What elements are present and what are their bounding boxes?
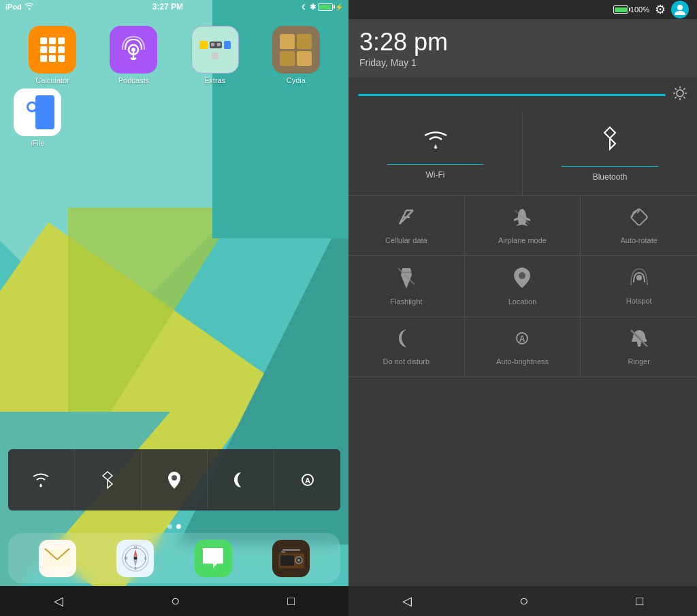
toggle-autobrightness[interactable]: A [274,449,340,510]
wifi-tile-icon [422,129,449,157]
bluetooth-tile-label: Bluetooth [593,172,628,182]
app-extras[interactable]: Extras [176,26,254,84]
settings-icon[interactable]: ⚙ [655,2,666,17]
android-battery-icon [613,5,628,14]
location-icon [513,267,531,293]
extras-icon-img [191,26,239,74]
ifile-icon-img [14,88,61,136]
brightness-slider[interactable] [358,94,666,96]
android-back-button[interactable]: ◁ [402,594,412,609]
dock-radio[interactable] [272,540,310,577]
tile-flashlight[interactable]: Flashlight [348,256,465,317]
android-battery-fill [615,7,627,12]
svg-point-1 [131,48,135,52]
app-podcasts[interactable]: Podcasts [95,26,172,84]
quick-toggle-bar: A [8,449,340,510]
svg-point-21 [297,559,300,562]
small-tiles-grid: Cellular data Airplane mode [348,196,697,377]
svg-line-30 [683,88,685,90]
tile-bluetooth[interactable]: Bluetooth [523,112,697,195]
svg-point-22 [677,5,683,10]
cellular-icon [396,207,417,232]
toggle-bluetooth[interactable] [75,449,142,510]
donotdisturb-icon [396,328,417,353]
battery-indicator [318,3,333,11]
big-tiles-row: Wi-Fi Bluetooth [348,112,697,196]
moon-icon: ☾ [302,3,308,11]
wifi-tile-label: Wi-Fi [426,170,445,180]
statusbar-time: 3:27 PM [152,2,183,12]
carrier-label: iPod [5,3,22,11]
charging-icon: ⚡ [335,3,343,11]
bluetooth-divider [562,166,658,167]
ios-home-button[interactable]: ○ [171,592,180,610]
svg-point-45 [637,344,641,347]
tile-autorotate[interactable]: Auto-rotate [581,196,697,256]
tile-hotspot[interactable]: Hotspot [581,256,697,317]
bluetooth-tile-icon [600,126,619,159]
brightness-row [348,78,697,112]
android-time: 3:28 pm [359,30,686,54]
statusbar-left: iPod [5,3,34,11]
ios-panel: iPod 3:27 PM ☾ ✱ ⚡ [0,0,348,616]
quick-settings-panel: Wi-Fi Bluetooth [348,112,697,586]
toggle-wifi[interactable] [8,449,75,510]
battery-fill [319,5,331,10]
app-calculator[interactable]: Calculator [14,26,91,84]
tile-cellular[interactable]: Cellular data [348,196,465,256]
page-dot-2 [176,524,181,529]
svg-point-6 [29,103,35,110]
cydia-icon-img [272,26,320,74]
dock-mail[interactable] [39,540,76,577]
tile-ringer[interactable]: Ringer [581,317,697,376]
svg-line-29 [683,97,685,98]
bg-shape-3 [0,412,170,616]
autorotate-icon [629,207,649,232]
tile-airplane[interactable]: Airplane mode [465,196,581,256]
dock-messages[interactable] [195,540,232,577]
location-label: Location [508,297,537,306]
hotspot-label: Hotspot [626,297,652,305]
ifile-label: iFile [31,139,44,147]
autorotate-label: Auto-rotate [620,236,657,244]
ios-recent-button[interactable]: □ [287,594,295,609]
android-home-button[interactable]: ○ [519,592,528,610]
svg-point-40 [519,272,525,279]
tile-autobrightness[interactable]: A Auto-brightness [465,317,581,376]
android-date: Friday, May 1 [359,57,686,68]
user-avatar[interactable] [671,1,689,18]
android-statusbar: 100% ⚙ [348,0,697,19]
tile-wifi[interactable]: Wi-Fi [348,112,523,195]
svg-rect-4 [35,95,54,129]
cellular-label: Cellular data [385,236,427,244]
extras-label: Extras [204,76,225,84]
toggle-location[interactable] [142,449,208,510]
svg-line-31 [675,97,677,98]
dock-compass[interactable]: N S W E [116,540,154,577]
calculator-icon-img [29,26,76,74]
svg-point-13 [133,557,137,560]
autobrightness-icon: A [512,328,532,353]
toggle-donotdisturb[interactable] [208,449,274,510]
app-ifile[interactable]: iFile [14,88,61,147]
app-grid: Calculator Podcasts [0,19,348,91]
tile-donotdisturb[interactable]: Do not disturb [348,317,465,376]
svg-point-23 [677,90,683,97]
ios-back-button[interactable]: ◁ [54,594,63,609]
android-recent-button[interactable]: □ [636,594,643,609]
ios-navbar: ◁ ○ □ [0,586,348,616]
battery-status: 100% [613,5,649,14]
airplane-icon [512,207,532,232]
ios-statusbar: iPod 3:27 PM ☾ ✱ ⚡ [0,0,348,14]
bluetooth-status-icon: ✱ [310,3,316,12]
app-cydia[interactable]: Cydia [257,26,335,84]
cydia-label: Cydia [287,76,306,84]
android-navbar: ◁ ○ □ [348,586,697,616]
page-dot-1 [167,524,172,529]
svg-text:A: A [305,476,310,485]
podcasts-icon-img [110,26,157,74]
android-panel: 100% ⚙ 3:28 pm Friday, May 1 [348,0,697,616]
svg-rect-19 [280,555,294,566]
wifi-icon [25,3,34,11]
tile-location[interactable]: Location [465,256,581,317]
